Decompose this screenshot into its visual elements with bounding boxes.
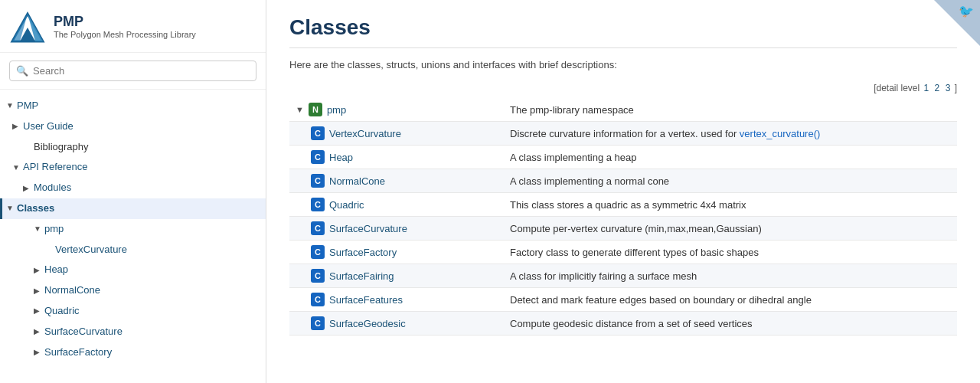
class-description: The pmp-library namespace bbox=[504, 98, 957, 122]
search-container: 🔍 bbox=[0, 53, 266, 90]
brand-name: PMP bbox=[54, 14, 196, 30]
detail-level-2[interactable]: 2 bbox=[935, 83, 940, 93]
sidebar: PMP The Polygon Mesh Processing Library … bbox=[0, 0, 266, 383]
search-box[interactable]: 🔍 bbox=[9, 61, 256, 81]
sidebar-item-normalcone[interactable]: ▶ NormalCone bbox=[0, 280, 266, 301]
detail-level-label: [detail level bbox=[874, 83, 920, 93]
pmp-logo-icon bbox=[9, 8, 46, 44]
search-input[interactable] bbox=[33, 65, 250, 77]
chevron-right-icon: ▶ bbox=[34, 305, 44, 317]
sidebar-item-pmp[interactable]: ▼ PMP bbox=[0, 96, 266, 116]
chevron-down-icon: ▼ bbox=[6, 100, 17, 112]
sidebar-item-pmp-sub[interactable]: ▼ pmp bbox=[0, 219, 266, 240]
brand-text: PMP The Polygon Mesh Processing Library bbox=[54, 14, 196, 39]
class-description: A class implementing a normal cone bbox=[504, 169, 957, 193]
search-icon: 🔍 bbox=[16, 65, 28, 77]
table-row: CQuadricThis class stores a quadric as a… bbox=[289, 193, 957, 217]
sidebar-item-bibliography[interactable]: Bibliography bbox=[0, 137, 266, 158]
class-badge: C bbox=[311, 293, 325, 306]
sidebar-item-heap[interactable]: ▶ Heap bbox=[0, 260, 266, 280]
detail-level-3[interactable]: 3 bbox=[946, 83, 951, 93]
classes-table: ▼NpmpThe pmp-library namespaceCVertexCur… bbox=[289, 98, 957, 336]
detail-level-control: [detail level 1 2 3 ] bbox=[289, 83, 957, 93]
chevron-right-icon: ▶ bbox=[34, 346, 44, 358]
sidebar-item-api-reference[interactable]: ▼ API Reference bbox=[0, 157, 266, 178]
class-link[interactable]: NormalCone bbox=[329, 175, 385, 187]
sidebar-item-label: pmp bbox=[44, 221, 64, 237]
class-link[interactable]: SurfaceCurvature bbox=[329, 223, 407, 234]
class-badge: C bbox=[311, 221, 325, 235]
sidebar-item-label: User Guide bbox=[23, 119, 74, 135]
table-row: CNormalConeA class implementing a normal… bbox=[289, 169, 957, 193]
class-badge: N bbox=[309, 103, 322, 116]
chevron-down-icon: ▼ bbox=[6, 202, 17, 214]
class-badge: C bbox=[311, 174, 325, 188]
class-badge: C bbox=[311, 269, 325, 283]
chevron-down-icon: ▼ bbox=[34, 223, 44, 235]
sidebar-item-vertex-curvature[interactable]: VertexCurvature bbox=[0, 240, 266, 260]
class-badge: C bbox=[311, 198, 325, 211]
class-description: A class implementing a heap bbox=[504, 146, 957, 169]
sidebar-item-label: NormalCone bbox=[44, 283, 100, 299]
nav-tree: ▼ PMP ▶ User Guide Bibliography ▼ API Re… bbox=[0, 90, 266, 383]
table-row: CVertexCurvatureDiscrete curvature infor… bbox=[289, 122, 957, 146]
sidebar-header: PMP The Polygon Mesh Processing Library bbox=[0, 0, 266, 53]
chevron-down-icon[interactable]: ▼ bbox=[296, 105, 304, 114]
class-badge: C bbox=[311, 316, 325, 330]
class-link[interactable]: SurfaceFeatures bbox=[329, 294, 403, 306]
table-row: CSurfaceFairingA class for implicitly fa… bbox=[289, 264, 957, 288]
class-link[interactable]: SurfaceGeodesic bbox=[329, 318, 406, 329]
class-description: Compute geodesic distance from a set of … bbox=[504, 312, 957, 336]
table-row: CSurfaceFactoryFactory class to generate… bbox=[289, 241, 957, 264]
detail-level-1[interactable]: 1 bbox=[924, 83, 929, 93]
class-link[interactable]: SurfaceFactory bbox=[329, 247, 397, 258]
class-link[interactable]: pmp bbox=[327, 104, 346, 116]
sidebar-item-quadric[interactable]: ▶ Quadric bbox=[0, 301, 266, 322]
corner-bird-icon: 🐦 bbox=[959, 4, 974, 18]
sidebar-item-user-guide[interactable]: ▶ User Guide bbox=[0, 116, 266, 137]
class-description: A class for implicitly fairing a surface… bbox=[504, 264, 957, 288]
sidebar-item-classes[interactable]: ▼ Classes bbox=[0, 198, 266, 219]
class-link[interactable]: Heap bbox=[329, 152, 353, 163]
class-badge: C bbox=[311, 150, 325, 164]
class-link[interactable]: VertexCurvature bbox=[329, 128, 401, 139]
class-description: Factory class to generate different type… bbox=[504, 241, 957, 264]
sidebar-item-label: Heap bbox=[44, 262, 68, 278]
chevron-right-icon: ▶ bbox=[34, 285, 44, 297]
sidebar-item-label: VertexCurvature bbox=[55, 242, 127, 258]
sidebar-item-surfacecurvature[interactable]: ▶ SurfaceCurvature bbox=[0, 322, 266, 342]
table-row: ▼NpmpThe pmp-library namespace bbox=[289, 98, 957, 122]
chevron-right-icon: ▶ bbox=[34, 326, 44, 338]
sidebar-item-label: Modules bbox=[34, 180, 71, 196]
description-link[interactable]: vertex_curvature() bbox=[740, 128, 820, 139]
main-content: 🐦 Classes Here are the classes, structs,… bbox=[266, 0, 980, 383]
sidebar-item-modules[interactable]: ▶ Modules bbox=[0, 178, 266, 198]
chevron-right-icon: ▶ bbox=[34, 264, 44, 277]
table-row: CSurfaceGeodesicCompute geodesic distanc… bbox=[289, 312, 957, 336]
classes-table-body: ▼NpmpThe pmp-library namespaceCVertexCur… bbox=[289, 98, 957, 336]
page-title: Classes bbox=[289, 15, 957, 48]
sidebar-item-label: PMP bbox=[17, 98, 38, 114]
class-badge: C bbox=[311, 245, 325, 259]
sidebar-item-label: SurfaceFactory bbox=[44, 345, 112, 361]
sidebar-item-surfacefactory[interactable]: ▶ SurfaceFactory bbox=[0, 342, 266, 363]
sidebar-item-label: Classes bbox=[17, 201, 54, 217]
detail-level-suffix: ] bbox=[955, 83, 957, 93]
table-row: CSurfaceCurvatureCompute per-vertex curv… bbox=[289, 217, 957, 241]
class-description: Discrete curvature information for a ver… bbox=[504, 122, 957, 146]
table-row: CHeapA class implementing a heap bbox=[289, 146, 957, 169]
sidebar-item-label: Bibliography bbox=[34, 139, 89, 155]
class-description: Detect and mark feature edges based on b… bbox=[504, 288, 957, 312]
table-row: CSurfaceFeaturesDetect and mark feature … bbox=[289, 288, 957, 312]
sidebar-item-label: Quadric bbox=[44, 303, 80, 319]
sidebar-item-label: API Reference bbox=[23, 159, 88, 175]
class-badge: C bbox=[311, 126, 325, 140]
class-link[interactable]: SurfaceFairing bbox=[329, 270, 394, 282]
class-description: Compute per-vertex curvature (min,max,me… bbox=[504, 217, 957, 241]
chevron-right-icon: ▶ bbox=[23, 182, 34, 195]
chevron-right-icon: ▶ bbox=[12, 120, 23, 133]
class-link[interactable]: Quadric bbox=[329, 199, 364, 211]
corner-decoration: 🐦 bbox=[934, 0, 980, 46]
chevron-down-icon: ▼ bbox=[12, 162, 23, 174]
sidebar-item-label: SurfaceCurvature bbox=[44, 324, 122, 340]
